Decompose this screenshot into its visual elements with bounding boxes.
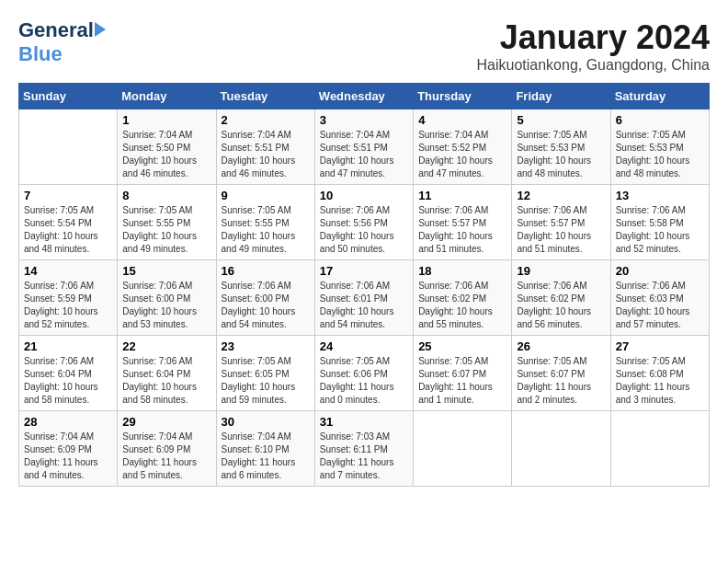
day-number: 4 <box>418 113 506 127</box>
day-number: 16 <box>222 264 310 278</box>
day-info: Sunrise: 7:05 AMSunset: 6:08 PMDaylight:… <box>616 355 704 407</box>
day-info: Sunrise: 7:06 AMSunset: 6:00 PMDaylight:… <box>122 280 210 331</box>
day-info: Sunrise: 7:03 AMSunset: 6:11 PMDaylight:… <box>320 431 408 482</box>
day-info: Sunrise: 7:04 AMSunset: 5:50 PMDaylight:… <box>122 129 210 180</box>
day-cell: 10 Sunrise: 7:06 AMSunset: 5:56 PMDaylig… <box>314 185 413 260</box>
day-cell: 28 Sunrise: 7:04 AMSunset: 6:09 PMDaylig… <box>19 411 118 487</box>
day-info: Sunrise: 7:05 AMSunset: 5:54 PMDaylight:… <box>24 204 112 256</box>
day-cell <box>19 109 118 185</box>
day-cell: 21 Sunrise: 7:06 AMSunset: 6:04 PMDaylig… <box>19 336 118 411</box>
day-info: Sunrise: 7:04 AMSunset: 6:09 PMDaylight:… <box>122 431 210 482</box>
day-info: Sunrise: 7:04 AMSunset: 6:10 PMDaylight:… <box>222 431 310 482</box>
day-cell: 6 Sunrise: 7:05 AMSunset: 5:53 PMDayligh… <box>610 109 709 185</box>
day-info: Sunrise: 7:04 AMSunset: 5:52 PMDaylight:… <box>418 129 506 180</box>
day-info: Sunrise: 7:06 AMSunset: 5:57 PMDaylight:… <box>418 204 506 256</box>
day-number: 13 <box>616 189 704 202</box>
day-info: Sunrise: 7:06 AMSunset: 6:04 PMDaylight:… <box>24 355 112 407</box>
day-number: 26 <box>517 339 605 353</box>
day-number: 28 <box>24 415 112 429</box>
day-cell: 13 Sunrise: 7:06 AMSunset: 5:58 PMDaylig… <box>610 185 709 260</box>
day-number: 5 <box>517 113 605 127</box>
day-number: 19 <box>517 264 605 278</box>
day-cell: 25 Sunrise: 7:05 AMSunset: 6:07 PMDaylig… <box>414 336 512 411</box>
day-cell: 5 Sunrise: 7:05 AMSunset: 5:53 PMDayligh… <box>512 109 610 185</box>
day-number: 9 <box>222 189 310 202</box>
day-info: Sunrise: 7:04 AMSunset: 5:51 PMDaylight:… <box>320 129 408 180</box>
day-number: 24 <box>320 339 408 353</box>
day-info: Sunrise: 7:06 AMSunset: 5:59 PMDaylight:… <box>24 280 112 331</box>
day-number: 23 <box>222 339 310 353</box>
day-number: 20 <box>616 264 704 278</box>
day-cell: 8 Sunrise: 7:05 AMSunset: 5:55 PMDayligh… <box>118 185 216 260</box>
day-number: 22 <box>122 339 210 353</box>
col-header-friday: Friday <box>512 84 610 109</box>
day-info: Sunrise: 7:06 AMSunset: 6:02 PMDaylight:… <box>517 280 605 331</box>
day-cell <box>512 411 610 487</box>
day-info: Sunrise: 7:05 AMSunset: 5:53 PMDaylight:… <box>616 129 704 180</box>
day-cell: 31 Sunrise: 7:03 AMSunset: 6:11 PMDaylig… <box>314 411 413 487</box>
day-number: 27 <box>616 339 704 353</box>
day-info: Sunrise: 7:05 AMSunset: 5:55 PMDaylight:… <box>122 204 210 256</box>
day-info: Sunrise: 7:06 AMSunset: 5:57 PMDaylight:… <box>517 204 605 256</box>
day-cell: 24 Sunrise: 7:05 AMSunset: 6:06 PMDaylig… <box>314 336 413 411</box>
col-header-wednesday: Wednesday <box>314 84 413 109</box>
calendar-table: SundayMondayTuesdayWednesdayThursdayFrid… <box>18 83 710 487</box>
col-header-saturday: Saturday <box>610 84 709 109</box>
day-info: Sunrise: 7:06 AMSunset: 6:01 PMDaylight:… <box>320 280 408 331</box>
day-number: 1 <box>122 113 210 127</box>
day-number: 7 <box>24 189 112 202</box>
day-cell: 1 Sunrise: 7:04 AMSunset: 5:50 PMDayligh… <box>118 109 216 185</box>
day-cell: 11 Sunrise: 7:06 AMSunset: 5:57 PMDaylig… <box>414 185 512 260</box>
day-cell <box>610 411 709 487</box>
title-block: January 2024 Haikuotiankong, Guangdong, … <box>476 18 710 74</box>
day-number: 8 <box>122 189 210 202</box>
col-header-monday: Monday <box>118 84 216 109</box>
header-row: SundayMondayTuesdayWednesdayThursdayFrid… <box>19 84 710 109</box>
day-info: Sunrise: 7:05 AMSunset: 6:06 PMDaylight:… <box>320 355 408 407</box>
day-cell: 27 Sunrise: 7:05 AMSunset: 6:08 PMDaylig… <box>610 336 709 411</box>
col-header-tuesday: Tuesday <box>216 84 314 109</box>
week-row-5: 28 Sunrise: 7:04 AMSunset: 6:09 PMDaylig… <box>19 411 710 487</box>
day-info: Sunrise: 7:04 AMSunset: 6:09 PMDaylight:… <box>24 431 112 482</box>
day-number: 12 <box>517 189 605 202</box>
day-cell: 26 Sunrise: 7:05 AMSunset: 6:07 PMDaylig… <box>512 336 610 411</box>
day-number: 31 <box>320 415 408 429</box>
day-info: Sunrise: 7:05 AMSunset: 6:05 PMDaylight:… <box>222 355 310 407</box>
day-number: 17 <box>320 264 408 278</box>
location: Haikuotiankong, Guangdong, China <box>476 57 710 74</box>
day-number: 10 <box>320 189 408 202</box>
day-cell: 4 Sunrise: 7:04 AMSunset: 5:52 PMDayligh… <box>414 109 512 185</box>
day-cell: 30 Sunrise: 7:04 AMSunset: 6:10 PMDaylig… <box>216 411 314 487</box>
day-cell: 19 Sunrise: 7:06 AMSunset: 6:02 PMDaylig… <box>512 260 610 336</box>
day-cell: 2 Sunrise: 7:04 AMSunset: 5:51 PMDayligh… <box>216 109 314 185</box>
week-row-2: 7 Sunrise: 7:05 AMSunset: 5:54 PMDayligh… <box>19 185 710 260</box>
day-number: 14 <box>24 264 112 278</box>
day-cell: 16 Sunrise: 7:06 AMSunset: 6:00 PMDaylig… <box>216 260 314 336</box>
day-info: Sunrise: 7:06 AMSunset: 6:03 PMDaylight:… <box>616 280 704 331</box>
day-cell: 18 Sunrise: 7:06 AMSunset: 6:02 PMDaylig… <box>414 260 512 336</box>
logo: General Blue <box>18 18 106 66</box>
day-number: 18 <box>418 264 506 278</box>
day-cell: 17 Sunrise: 7:06 AMSunset: 6:01 PMDaylig… <box>314 260 413 336</box>
day-cell: 3 Sunrise: 7:04 AMSunset: 5:51 PMDayligh… <box>314 109 413 185</box>
day-info: Sunrise: 7:04 AMSunset: 5:51 PMDaylight:… <box>222 129 310 180</box>
day-number: 15 <box>122 264 210 278</box>
day-number: 11 <box>418 189 506 202</box>
day-number: 21 <box>24 339 112 353</box>
day-cell: 15 Sunrise: 7:06 AMSunset: 6:00 PMDaylig… <box>118 260 216 336</box>
day-info: Sunrise: 7:06 AMSunset: 6:02 PMDaylight:… <box>418 280 506 331</box>
col-header-thursday: Thursday <box>414 84 512 109</box>
day-info: Sunrise: 7:05 AMSunset: 5:55 PMDaylight:… <box>222 204 310 256</box>
day-cell: 12 Sunrise: 7:06 AMSunset: 5:57 PMDaylig… <box>512 185 610 260</box>
day-number: 29 <box>122 415 210 429</box>
day-info: Sunrise: 7:05 AMSunset: 6:07 PMDaylight:… <box>517 355 605 407</box>
day-number: 2 <box>222 113 310 127</box>
day-cell: 9 Sunrise: 7:05 AMSunset: 5:55 PMDayligh… <box>216 185 314 260</box>
day-number: 3 <box>320 113 408 127</box>
page-header: General Blue January 2024 Haikuotiankong… <box>18 18 710 74</box>
day-number: 30 <box>222 415 310 429</box>
day-info: Sunrise: 7:06 AMSunset: 5:58 PMDaylight:… <box>616 204 704 256</box>
week-row-3: 14 Sunrise: 7:06 AMSunset: 5:59 PMDaylig… <box>19 260 710 336</box>
day-info: Sunrise: 7:05 AMSunset: 5:53 PMDaylight:… <box>517 129 605 180</box>
day-cell: 14 Sunrise: 7:06 AMSunset: 5:59 PMDaylig… <box>19 260 118 336</box>
